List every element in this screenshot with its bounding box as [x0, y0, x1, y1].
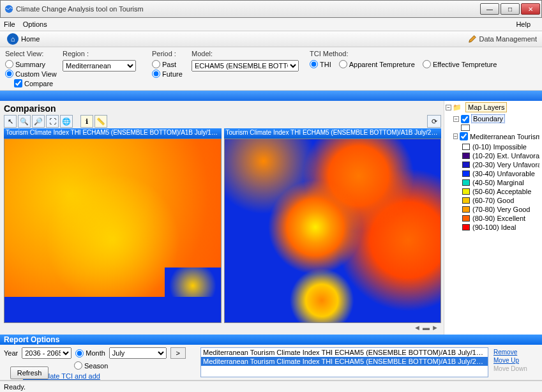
remove-link[interactable]: Remove — [493, 349, 538, 356]
map-refresh-icon[interactable]: ⟳ — [427, 115, 441, 128]
map-left[interactable] — [4, 139, 222, 323]
period-header: Period : — [152, 50, 185, 57]
legend-swatch — [462, 215, 470, 222]
legend-label: (20-30) Very Unfavorable — [472, 161, 539, 169]
legend-swatch — [462, 153, 470, 159]
globe-icon[interactable]: 🌐 — [60, 115, 73, 128]
radio-month[interactable]: Month — [75, 349, 105, 358]
legend-row: (20-30) Very Unfavorable — [462, 160, 539, 169]
report-list-item[interactable]: Mediterranean Tourism Climate Index THI … — [201, 348, 488, 357]
separator-bar — [0, 91, 542, 101]
app-icon — [4, 4, 13, 13]
legend-swatch — [462, 188, 470, 195]
legend-label: (30-40) Unfavorable — [472, 170, 535, 177]
selection-panel: Select View: Summary Custom View Compare… — [0, 47, 542, 91]
boundary-expander[interactable]: − — [453, 116, 459, 122]
menu-options[interactable]: Options — [23, 20, 47, 28]
legend-row: (30-40) Unfavorable — [462, 169, 539, 178]
legend-swatch — [462, 170, 470, 177]
legend-swatch — [462, 162, 470, 168]
radio-season[interactable]: Season — [74, 361, 108, 370]
year-label: Year — [4, 349, 18, 357]
zoom-in-icon[interactable]: 🔍 — [18, 115, 31, 128]
add-report-button[interactable]: > — [170, 347, 186, 359]
window-titlebar: Climate Change Analysis tool on Tourism … — [0, 0, 542, 18]
map-scroll-stub[interactable]: ◄ ▬ ► — [4, 323, 441, 332]
data-management-label: Data Management — [479, 35, 538, 43]
med-expander[interactable]: − — [453, 133, 458, 139]
region-select[interactable]: Mediterranean — [63, 60, 136, 72]
med-node[interactable]: Mediterranean Tourism Climate — [470, 133, 539, 140]
legend-row: (10-20) Ext. Unfavorable — [462, 151, 539, 160]
move-down-link: Move Down — [493, 365, 538, 372]
month-select[interactable]: July — [109, 347, 167, 359]
tci-header: TCI Method: — [310, 50, 497, 57]
zoom-extent-icon[interactable]: ⛶ — [46, 115, 59, 128]
legend-swatch — [462, 144, 470, 150]
legend-label: (10-20) Ext. Unfavorable — [472, 152, 539, 160]
identify-icon[interactable]: ℹ — [80, 115, 93, 128]
radio-thi[interactable]: THI — [310, 60, 331, 68]
report-options-panel: Year 2036 - 2065 Month July > Season Rec… — [0, 345, 542, 381]
legend-row: (0-10) Impossible — [462, 142, 539, 151]
window-close-button[interactable]: ✕ — [521, 3, 540, 15]
legend-label: (90-100) Ideal — [472, 223, 516, 231]
boundary-node[interactable]: Boundary — [471, 114, 505, 123]
report-list-item[interactable]: Mediterranean Tourism Climate Index THI … — [201, 357, 488, 366]
radio-apparent-temp[interactable]: Apparent Tempreture — [339, 60, 415, 68]
map-left-title: Tourism Climate Index THI ECHAM5 (ENSEMB… — [4, 128, 222, 139]
status-text: Ready. — [4, 383, 26, 391]
radio-custom-view[interactable]: Custom View — [5, 70, 56, 78]
refresh-button[interactable]: Refresh — [10, 366, 49, 379]
legend-label: (0-10) Impossible — [472, 143, 527, 151]
legend-label: (60-70) Good — [472, 197, 514, 204]
boundary-symbol — [461, 124, 470, 131]
legend-label: (50-60) Acceptable — [472, 188, 531, 195]
folder-icon: 📁 — [453, 103, 462, 112]
data-management-button[interactable]: Data Management — [468, 34, 540, 43]
comparison-header: Comparison — [4, 102, 441, 114]
checkbox-compare[interactable]: Compare — [14, 79, 56, 87]
legend-row: (40-50) Marginal — [462, 178, 539, 187]
legend-row: (50-60) Acceptable — [462, 187, 539, 196]
report-list[interactable]: Mediterranean Tourism Climate Index THI … — [200, 347, 488, 377]
move-up-link[interactable]: Move Up — [493, 357, 538, 364]
map-right[interactable] — [224, 139, 442, 323]
zoom-out-icon[interactable]: 🔎 — [32, 115, 45, 128]
legend-swatch — [462, 224, 470, 230]
menu-file[interactable]: File — [4, 20, 15, 28]
measure-icon[interactable]: 📏 — [94, 115, 107, 128]
layers-panel: − 📁 Map Layers − Boundary − Mediterranea… — [444, 101, 542, 335]
map-layers-node[interactable]: Map Layers — [465, 102, 507, 112]
radio-future[interactable]: Future — [152, 70, 185, 78]
model-header: Model: — [192, 50, 303, 57]
toolbar: ⌂ Home Data Management — [0, 31, 542, 47]
legend-row: (90-100) Ideal — [462, 223, 539, 232]
radio-effective-temp[interactable]: Effective Tempreture — [423, 60, 497, 68]
pencil-icon — [468, 34, 477, 43]
menu-help[interactable]: Help — [516, 20, 531, 28]
region-header: Region : — [63, 50, 146, 57]
boundary-checkbox[interactable] — [461, 115, 469, 123]
home-icon: ⌂ — [7, 33, 19, 45]
legend-label: (80-90) Excellent — [472, 215, 525, 222]
legend-swatch — [462, 179, 470, 186]
home-button[interactable]: ⌂ Home — [3, 31, 44, 47]
window-maximize-button[interactable]: □ — [501, 3, 520, 15]
med-checkbox[interactable] — [460, 132, 468, 140]
legend-row: (70-80) Very Good — [462, 205, 539, 214]
status-bar: Ready. — [0, 381, 542, 392]
home-label: Home — [21, 35, 40, 43]
model-select[interactable]: ECHAM5 (ENSEMBLE BOTTOM)/A1B — [192, 60, 299, 72]
radio-summary[interactable]: Summary — [5, 60, 56, 68]
radio-past[interactable]: Past — [152, 60, 185, 68]
map-right-title: Tourism Climate Index THI ECHAM5 (ENSEMB… — [224, 128, 442, 139]
legend-label: (70-80) Very Good — [472, 206, 531, 213]
legend-label: (40-50) Marginal — [472, 179, 524, 186]
menubar: File Options Help — [0, 18, 542, 31]
pointer-tool-icon[interactable]: ↖ — [4, 115, 17, 128]
layers-root-expander[interactable]: − — [446, 105, 451, 110]
year-select[interactable]: 2036 - 2065 — [22, 347, 72, 359]
window-minimize-button[interactable]: — — [480, 3, 499, 15]
legend-row: (60-70) Good — [462, 196, 539, 205]
